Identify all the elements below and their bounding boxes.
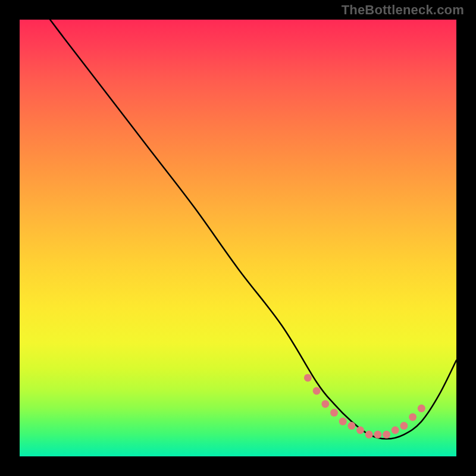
highlight-markers [304, 374, 425, 438]
marker-dot [304, 374, 312, 381]
chart-container: TheBottleneck.com [0, 0, 476, 476]
series-curve [20, 0, 456, 439]
chart-svg [20, 20, 456, 456]
marker-dot [347, 422, 355, 430]
marker-dot [356, 427, 364, 434]
marker-dot [374, 431, 381, 439]
marker-dot [313, 387, 321, 394]
marker-dot [330, 409, 338, 416]
marker-dot [400, 422, 408, 430]
curve-line [20, 0, 456, 439]
watermark-text: TheBottleneck.com [342, 2, 464, 18]
plot-area [20, 20, 456, 456]
marker-dot [339, 418, 347, 425]
marker-dot [365, 431, 373, 439]
marker-dot [409, 413, 416, 421]
marker-dot [418, 405, 425, 412]
marker-dot [392, 427, 399, 434]
marker-dot [321, 400, 329, 408]
marker-dot [383, 431, 390, 439]
